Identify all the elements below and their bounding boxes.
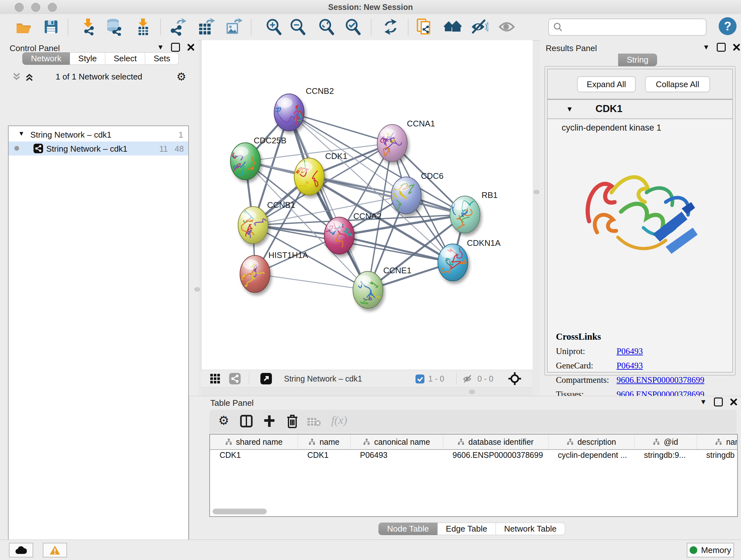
network-edge[interactable] (289, 112, 368, 290)
network-edge[interactable] (339, 236, 453, 262)
table-cell[interactable]: CDK1 (210, 450, 298, 463)
node-table[interactable]: shared namenamecanonical namedatabase id… (209, 434, 738, 517)
export-network-icon[interactable] (169, 18, 186, 36)
zoom-out-icon[interactable] (289, 18, 307, 36)
show-columns-icon[interactable] (240, 415, 253, 428)
documents-icon[interactable] (415, 18, 433, 36)
network-view-share-icon[interactable] (229, 373, 241, 384)
network-collection-row[interactable]: ▼ String Network – cdk1 1 (9, 128, 188, 142)
tab-style[interactable]: Style (70, 52, 105, 65)
houses-icon[interactable] (444, 18, 461, 36)
open-session-icon[interactable] (15, 18, 32, 36)
delete-table-icon[interactable] (307, 417, 321, 426)
tab-node-table[interactable]: Node Table (379, 523, 437, 535)
expand-all-icon[interactable] (24, 72, 34, 82)
search-input[interactable] (548, 18, 706, 36)
grid-view-icon[interactable] (210, 374, 220, 384)
control-panel-close-icon[interactable] (187, 44, 195, 51)
refresh-icon[interactable] (382, 18, 400, 36)
cloud-button[interactable] (9, 543, 33, 557)
delete-column-icon[interactable] (286, 414, 299, 428)
minimize-window-button[interactable] (31, 3, 40, 12)
network-node-rb1[interactable]: RB1 (449, 190, 497, 233)
column-header[interactable]: @id (634, 435, 697, 449)
tab-sets[interactable]: Sets (145, 52, 179, 65)
close-window-button[interactable] (15, 3, 23, 12)
network-edge[interactable] (255, 274, 368, 290)
maximize-window-button[interactable] (48, 3, 57, 12)
network-node-cdc25b[interactable]: CDC25B (227, 136, 286, 182)
tab-select[interactable]: Select (105, 52, 145, 65)
import-table-icon[interactable] (134, 18, 152, 36)
table-cell[interactable]: cyclin-dependent ... (548, 450, 634, 463)
table-options-gear-icon[interactable]: ⚙ (218, 414, 229, 428)
collapse-all-button[interactable]: Collapse All (645, 76, 710, 92)
column-header[interactable]: canonical name (350, 435, 443, 449)
table-cell[interactable]: 9606.ENSP00000378699 (443, 450, 548, 463)
help-button[interactable]: ? (719, 17, 737, 35)
network-node-cdc6[interactable]: CDC6 (388, 171, 443, 215)
results-panel-float-icon[interactable] (717, 43, 726, 52)
tree-expander-icon[interactable]: ▼ (18, 130, 24, 137)
tab-string[interactable]: String (618, 54, 657, 66)
detach-view-icon[interactable] (260, 373, 272, 384)
table-panel-close-icon[interactable] (730, 398, 738, 406)
crosslink-link[interactable]: P06493 (616, 361, 643, 370)
results-panel-close-icon[interactable] (733, 44, 740, 51)
hide-selected-icon[interactable] (470, 18, 488, 36)
network-options-gear-icon[interactable]: ⚙ (177, 70, 186, 83)
expand-all-button[interactable]: Expand All (577, 76, 636, 92)
network-node-ccne1[interactable]: CCNE1 (353, 266, 411, 308)
zoom-fit-icon[interactable] (318, 18, 335, 36)
network-node-ccna1[interactable]: CCNA1 (377, 119, 435, 162)
table-horizontal-scrollbar[interactable] (212, 509, 267, 514)
import-network-from-database-icon[interactable] (105, 18, 123, 36)
table-cell[interactable]: stringdb (697, 450, 738, 463)
control-panel-menu-icon[interactable]: ▼ (157, 43, 164, 51)
network-node-cdk1[interactable]: CDK1 (294, 151, 347, 195)
birds-eye-crosshair-icon[interactable] (508, 372, 522, 385)
add-column-icon[interactable] (263, 415, 276, 428)
column-header[interactable]: description (548, 435, 635, 449)
network-canvas[interactable]: CCNB2CCNA1CDC25BCDK1CDC6RB1CCNB1CCNA2CDK… (201, 40, 533, 370)
network-node-ccnb1[interactable]: CCNB1 (238, 200, 295, 244)
results-panel-menu-icon[interactable]: ▼ (703, 43, 710, 51)
export-table-icon[interactable] (197, 18, 215, 36)
hidden-eye-icon[interactable] (463, 374, 473, 384)
column-header[interactable]: database identifier (443, 435, 549, 449)
collapse-all-icon[interactable] (12, 72, 21, 82)
crosslink-link[interactable]: 9606.ENSP00000378699 (616, 375, 704, 385)
control-panel-float-icon[interactable] (171, 43, 180, 52)
table-panel-menu-icon[interactable]: ▼ (700, 398, 707, 406)
table-panel-float-icon[interactable] (714, 397, 723, 407)
zoom-selected-icon[interactable] (344, 18, 362, 36)
gene-expander-icon[interactable]: ▼ (566, 105, 573, 113)
table-cell[interactable]: P06493 (350, 450, 443, 463)
tab-network-table[interactable]: Network Table (496, 523, 565, 535)
right-splitter-grip[interactable] (534, 190, 539, 194)
tab-edge-table[interactable]: Edge Table (437, 523, 496, 535)
network-edge[interactable] (289, 112, 392, 143)
network-node-ccnb2[interactable]: CCNB2 (273, 86, 334, 131)
save-session-icon[interactable] (42, 18, 60, 36)
column-header[interactable]: shared name (210, 435, 298, 449)
table-cell[interactable]: stringdb:9... (634, 450, 697, 463)
table-cell[interactable]: CDK1 (298, 450, 350, 463)
crosslink-link[interactable]: P06493 (616, 347, 643, 356)
horizontal-splitter-grip[interactable] (469, 390, 475, 394)
horizontal-splitter[interactable] (201, 388, 532, 396)
import-network-icon[interactable] (79, 18, 97, 36)
memory-button[interactable]: Memory (687, 543, 734, 557)
function-builder-icon[interactable]: f(x) (331, 414, 347, 427)
network-node-hist1h1a[interactable]: HIST1H1A (239, 250, 308, 293)
show-all-icon[interactable] (498, 18, 516, 36)
network-row-selected[interactable]: String Network – cdk1 11 48 (9, 141, 188, 155)
left-splitter-grip[interactable] (194, 287, 200, 292)
column-header[interactable]: name (298, 435, 351, 449)
tab-network[interactable]: Network (22, 52, 70, 65)
network-node-cdkn1a[interactable]: CDKN1A (438, 238, 501, 281)
gene-header-row[interactable]: ▼ CDK1 (548, 100, 732, 119)
zoom-in-icon[interactable] (265, 18, 283, 36)
selected-checkbox-icon[interactable] (415, 374, 424, 383)
export-image-icon[interactable] (225, 18, 243, 36)
